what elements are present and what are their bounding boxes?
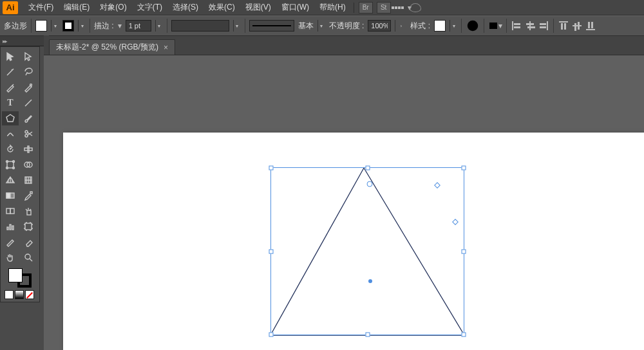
slice-tool[interactable]	[2, 235, 19, 249]
panel-dock-toggle[interactable]	[0, 36, 44, 46]
gradient-mode-icon[interactable]	[15, 290, 24, 299]
svg-line-4	[25, 100, 32, 106]
document-tabbar: 未标题-2* @ 52% (RGB/预览) ×	[44, 36, 644, 55]
type-tool[interactable]: T	[2, 96, 19, 110]
line-segment-tool[interactable]	[20, 96, 37, 110]
menu-window[interactable]: 窗口(W)	[276, 0, 314, 15]
eraser-tool[interactable]	[20, 235, 37, 249]
zoom-tool[interactable]	[20, 250, 37, 264]
document-area[interactable]	[44, 55, 644, 350]
document-tab[interactable]: 未标题-2* @ 52% (RGB/预览) ×	[49, 39, 175, 55]
svg-rect-26	[12, 226, 14, 230]
align-top-icon[interactable]	[558, 20, 569, 32]
curvature-tool[interactable]	[20, 80, 37, 95]
align-left-icon[interactable]	[511, 21, 522, 31]
brush-dropdown[interactable]: ▾	[317, 20, 325, 32]
bbox-handle-ne[interactable]	[462, 166, 466, 170]
menu-select[interactable]: 选择(S)	[167, 0, 204, 15]
style-dropdown[interactable]: ▾	[450, 20, 457, 32]
live-corner-handle-right[interactable]	[452, 219, 459, 225]
direct-selection-tool[interactable]	[20, 50, 37, 64]
menu-separator	[354, 3, 354, 13]
symbol-sprayer-tool[interactable]	[20, 204, 37, 218]
svg-rect-21	[6, 208, 10, 214]
menu-edit[interactable]: 编辑(E)	[59, 0, 95, 15]
svg-marker-5	[6, 115, 14, 122]
svg-point-28	[25, 254, 30, 259]
selection-tool[interactable]	[2, 50, 19, 64]
menu-view[interactable]: 视图(V)	[240, 0, 276, 15]
brush-definition[interactable]	[249, 20, 294, 32]
mesh-tool[interactable]	[20, 173, 37, 187]
variable-width-dropdown[interactable]: ▾	[233, 20, 241, 32]
perspective-grid-tool[interactable]	[2, 173, 19, 187]
stock-button[interactable]: St	[377, 2, 391, 14]
recolor-artwork-icon[interactable]	[466, 19, 480, 33]
align-to-button[interactable]: ▾	[488, 19, 502, 33]
stroke-stepper-down[interactable]: ▾	[118, 21, 122, 30]
bbox-handle-sw[interactable]	[269, 333, 274, 337]
menu-help[interactable]: 帮助(H)	[314, 0, 351, 15]
eyedropper-tool[interactable]	[20, 189, 37, 203]
pen-tool[interactable]	[2, 80, 19, 95]
align-bottom-icon[interactable]	[585, 20, 596, 32]
shape-builder-tool[interactable]	[20, 158, 37, 172]
live-corner-handle-top[interactable]	[434, 182, 440, 189]
sync-settings-icon[interactable]	[407, 1, 421, 15]
bbox-handle-n[interactable]	[365, 166, 370, 170]
bbox-handle-s[interactable]	[365, 333, 370, 337]
menu-file[interactable]: 文件(F)	[23, 0, 59, 15]
align-hcenter-icon[interactable]	[524, 21, 536, 31]
align-vcenter-icon[interactable]	[572, 20, 582, 32]
rotation-indicator-icon[interactable]	[367, 181, 373, 187]
hand-tool[interactable]	[2, 250, 19, 264]
bbox-handle-se[interactable]	[462, 333, 466, 337]
none-mode-icon[interactable]	[25, 290, 34, 299]
bbox-handle-e[interactable]	[462, 249, 466, 253]
variable-width-profile[interactable]	[171, 20, 229, 32]
stroke-dropdown[interactable]: ▾	[78, 20, 86, 32]
arrange-docs-button[interactable]: ▾	[393, 1, 407, 15]
fill-swatch[interactable]	[35, 20, 47, 32]
align-right-icon[interactable]	[538, 21, 549, 31]
style-swatch[interactable]	[434, 20, 446, 32]
polygon-tool[interactable]	[2, 111, 19, 125]
fill-stroke-indicator[interactable]	[7, 267, 33, 289]
width-tool[interactable]	[20, 142, 37, 156]
gradient-tool[interactable]	[2, 189, 19, 203]
document-tab-title: 未标题-2* @ 52% (RGB/预览)	[56, 42, 158, 53]
color-mode-icon[interactable]	[5, 290, 14, 299]
selection-center-point[interactable]	[368, 279, 372, 283]
column-graph-tool[interactable]	[2, 219, 19, 234]
options-bar: 多边形 ▾ ▾ 描边 : ▾ ▾ ▾ 基本 ▾ 不透明度 : › 样式 : ▾ …	[0, 15, 644, 36]
lasso-tool[interactable]	[20, 65, 37, 79]
stroke-weight-input[interactable]	[126, 20, 151, 32]
svg-rect-2	[489, 23, 497, 29]
fill-dropdown[interactable]: ▾	[51, 20, 59, 32]
bridge-button[interactable]: Br	[359, 2, 373, 14]
blend-tool[interactable]	[2, 204, 19, 218]
style-label: 样式 :	[410, 21, 430, 32]
stroke-swatch[interactable]	[62, 20, 74, 32]
stroke-weight-dropdown[interactable]: ▾	[155, 20, 163, 32]
bbox-handle-nw[interactable]	[269, 166, 274, 170]
shaper-tool[interactable]	[2, 127, 19, 141]
menu-effect[interactable]: 效果(C)	[204, 0, 240, 15]
artboard-tool[interactable]	[20, 219, 37, 234]
free-transform-tool[interactable]	[2, 158, 19, 172]
rotate-tool[interactable]	[2, 142, 19, 156]
svg-rect-24	[7, 227, 8, 230]
scissors-tool[interactable]	[20, 127, 37, 141]
svg-rect-27	[25, 223, 32, 230]
svg-rect-25	[10, 225, 11, 230]
magic-wand-tool[interactable]	[2, 65, 19, 79]
fill-color-indicator[interactable]	[8, 268, 23, 282]
paintbrush-tool[interactable]	[20, 111, 37, 125]
bbox-handle-w[interactable]	[269, 249, 274, 253]
opacity-input[interactable]	[368, 20, 391, 32]
menu-type[interactable]: 文字(T)	[132, 0, 167, 15]
close-tab-icon[interactable]: ×	[164, 43, 168, 52]
opacity-dropdown[interactable]: ›	[395, 20, 406, 32]
menu-object[interactable]: 对象(O)	[95, 0, 131, 15]
svg-point-7	[25, 134, 28, 137]
